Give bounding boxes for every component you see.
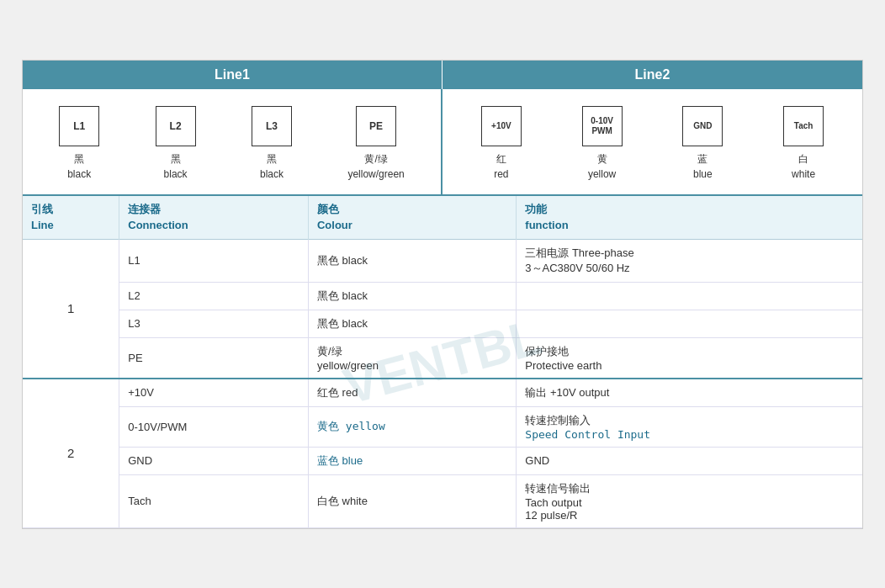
col-line: 引线 Line bbox=[23, 196, 119, 240]
col-connection: 连接器 Connection bbox=[119, 196, 309, 240]
connection-cell: +10V bbox=[119, 379, 309, 407]
colour-cell: 蓝色 blue bbox=[308, 447, 516, 474]
connector-box: GND bbox=[682, 106, 723, 146]
function-cell: 三相电源 Three-phase 3～AC380V 50/60 Hz bbox=[517, 239, 862, 282]
connector-item: PE黄/绿 yellow/green bbox=[347, 106, 404, 182]
colour-cell: 红色 red bbox=[308, 379, 516, 407]
function-cell: 转速信号输出 Tach output 12 pulse/R bbox=[517, 474, 862, 527]
function-cell: GND bbox=[517, 447, 862, 474]
table-row: 0-10V/PWM黄色 yellow转速控制输入 Speed Control I… bbox=[23, 406, 862, 447]
connector-box: L1 bbox=[59, 106, 99, 146]
connector-item: +10V红 red bbox=[481, 106, 522, 182]
connector-item: L2黑 black bbox=[156, 106, 196, 182]
header-line1: Line1 bbox=[23, 61, 442, 89]
connector-label: 黑 black bbox=[67, 151, 91, 182]
function-cell: 转速控制输入 Speed Control Input bbox=[517, 406, 862, 447]
connector-label: 白 white bbox=[792, 151, 815, 182]
connector-label: 黑 black bbox=[164, 151, 188, 182]
line-number-cell: 1 bbox=[23, 239, 119, 379]
table-wrapper: VENTBL 引线 Line 连接器 Connection 颜色 Colour … bbox=[23, 196, 862, 528]
table-row: PE黄/绿 yellow/green保护接地 Protective earth bbox=[23, 337, 862, 379]
colour-cell: 黑色 black bbox=[308, 310, 516, 337]
connection-cell: Tach bbox=[119, 474, 309, 527]
connector-item: Tach白 white bbox=[783, 106, 824, 182]
table-row: 2+10V红色 red输出 +10V output bbox=[23, 379, 862, 407]
wiring-table: 引线 Line 连接器 Connection 颜色 Colour 功能 func… bbox=[23, 196, 862, 528]
connector-box: L3 bbox=[252, 106, 292, 146]
connection-cell: GND bbox=[119, 447, 309, 474]
colour-cell: 黄/绿 yellow/green bbox=[308, 337, 516, 379]
function-cell bbox=[517, 310, 862, 337]
connector-box: L2 bbox=[156, 106, 196, 146]
table-row: Tach白色 white转速信号输出 Tach output 12 pulse/… bbox=[23, 474, 862, 527]
connector-item: GND蓝 blue bbox=[682, 106, 723, 182]
connection-cell: L3 bbox=[119, 310, 309, 337]
line-number-cell: 2 bbox=[23, 379, 119, 528]
line2-header-label: Line2 bbox=[635, 67, 670, 82]
connector-box: Tach bbox=[783, 106, 824, 146]
connection-cell: PE bbox=[119, 337, 309, 379]
colour-cell: 黑色 black bbox=[308, 239, 516, 282]
function-cell: 输出 +10V output bbox=[517, 379, 862, 407]
function-cell: 保护接地 Protective earth bbox=[517, 337, 862, 379]
diagram-line2: +10V红 red0-10V PWM黄 yellowGND蓝 blueTach白… bbox=[442, 89, 862, 194]
main-container: Line1 Line2 L1黑 blackL2黑 blackL3黑 blackP… bbox=[22, 60, 863, 529]
connector-box: +10V bbox=[481, 106, 522, 146]
colour-cell: 黑色 black bbox=[308, 282, 516, 310]
colour-cell: 白色 white bbox=[308, 474, 516, 527]
header-row: Line1 Line2 bbox=[23, 61, 862, 89]
connector-item: L1黑 black bbox=[59, 106, 99, 182]
function-cell bbox=[517, 282, 862, 310]
connector-box: 0-10V PWM bbox=[582, 106, 623, 146]
diagram-line1: L1黑 blackL2黑 blackL3黑 blackPE黄/绿 yellow/… bbox=[23, 89, 442, 194]
connector-label: 黑 black bbox=[260, 151, 284, 182]
connection-cell: L2 bbox=[119, 282, 309, 310]
header-line2: Line2 bbox=[442, 61, 862, 89]
table-row: L2黑色 black bbox=[23, 282, 862, 310]
connector-item: L3黑 black bbox=[252, 106, 292, 182]
connector-label: 蓝 blue bbox=[693, 151, 713, 182]
table-row: L3黑色 black bbox=[23, 310, 862, 337]
diagram-row: L1黑 blackL2黑 blackL3黑 blackPE黄/绿 yellow/… bbox=[23, 89, 862, 196]
table-row: GND蓝色 blueGND bbox=[23, 447, 862, 474]
col-function: 功能 function bbox=[517, 196, 862, 240]
connection-cell: L1 bbox=[119, 239, 309, 282]
table-row: 1L1黑色 black三相电源 Three-phase 3～AC380V 50/… bbox=[23, 239, 862, 282]
connector-label: 黄 yellow bbox=[588, 151, 616, 182]
connector-label: 黄/绿 yellow/green bbox=[347, 151, 404, 182]
connection-cell: 0-10V/PWM bbox=[119, 406, 309, 447]
connector-label: 红 red bbox=[494, 151, 508, 182]
connector-item: 0-10V PWM黄 yellow bbox=[582, 106, 623, 182]
connector-box: PE bbox=[356, 106, 396, 146]
colour-cell: 黄色 yellow bbox=[308, 406, 516, 447]
line1-header-label: Line1 bbox=[215, 67, 250, 82]
col-colour: 颜色 Colour bbox=[308, 196, 516, 240]
